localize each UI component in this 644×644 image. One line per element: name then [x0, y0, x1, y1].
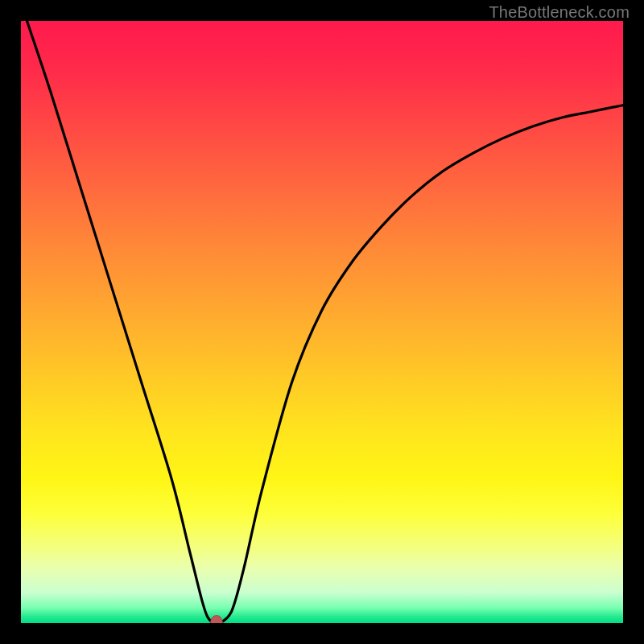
- plot-area: [21, 21, 623, 623]
- chart-frame: TheBottleneck.com: [0, 0, 644, 644]
- bottleneck-curve: [21, 21, 623, 623]
- watermark-label: TheBottleneck.com: [489, 3, 630, 22]
